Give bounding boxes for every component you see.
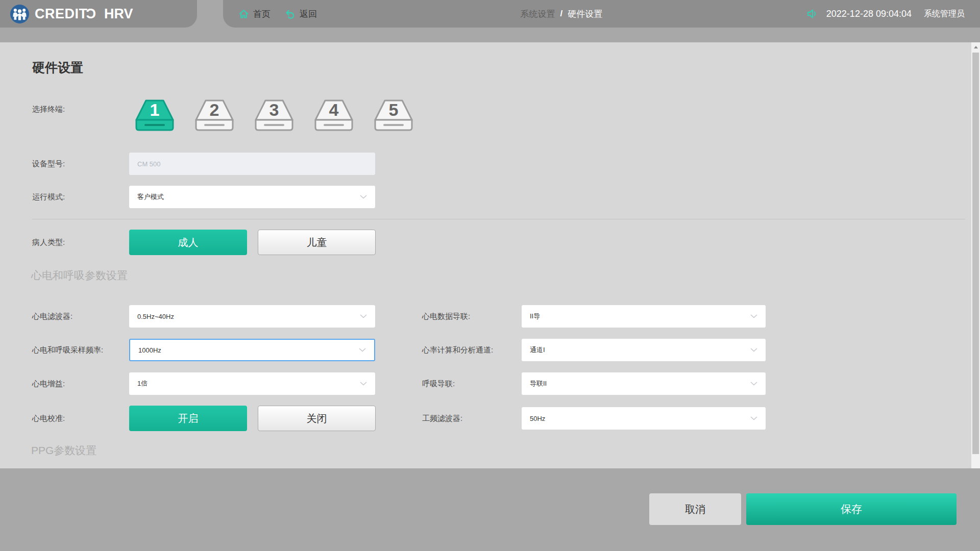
terminal-label: 选择终端: bbox=[32, 104, 65, 127]
mains-filter-label: 工频滤波器: bbox=[422, 407, 462, 430]
resp-lead-value: 导联II bbox=[530, 379, 750, 388]
terminal-3[interactable]: 3 bbox=[254, 99, 295, 133]
calibration-on-button[interactable]: 开启 bbox=[129, 406, 247, 431]
resp-lead-select[interactable]: 导联II bbox=[522, 372, 766, 395]
home-icon bbox=[238, 9, 249, 19]
ecg-section-title: 心电和呼吸参数设置 bbox=[31, 268, 128, 283]
chevron-down-icon bbox=[750, 416, 757, 420]
sample-rate-value: 1000Hz bbox=[138, 346, 359, 354]
breadcrumb-parent[interactable]: 系统设置 bbox=[521, 8, 555, 20]
breadcrumb-separator: / bbox=[560, 9, 563, 19]
nav-group: 首页 返回 bbox=[238, 8, 317, 20]
breadcrumb-current: 硬件设置 bbox=[568, 8, 602, 20]
run-mode-label: 运行模式: bbox=[32, 186, 65, 208]
ecg-gain-select[interactable]: 1倍 bbox=[129, 372, 375, 395]
topbar-right-group: 2022-12-28 09:04:04 系统管理员 bbox=[806, 8, 965, 19]
chevron-down-icon bbox=[750, 314, 757, 318]
undo-icon bbox=[285, 9, 296, 19]
brand-logo-mark: Ɔ bbox=[86, 6, 96, 22]
terminal-selector: 1 2 3 4 5 bbox=[134, 99, 414, 133]
current-user: 系统管理员 bbox=[924, 9, 965, 19]
ecg-filter-select[interactable]: 0.5Hz~40Hz bbox=[129, 305, 375, 328]
vertical-scrollbar[interactable] bbox=[971, 42, 980, 468]
device-model-label: 设备型号: bbox=[32, 153, 65, 175]
hr-channel-select[interactable]: 通道I bbox=[522, 339, 766, 361]
ecg-gain-value: 1倍 bbox=[137, 379, 360, 388]
chevron-down-icon bbox=[750, 382, 757, 386]
scroll-up-arrow-icon[interactable] bbox=[971, 42, 980, 52]
ppg-section-title: PPG参数设置 bbox=[31, 443, 96, 458]
nav-home-label: 首页 bbox=[253, 8, 271, 20]
patient-child-button[interactable]: 儿童 bbox=[258, 230, 376, 255]
chevron-down-icon bbox=[359, 348, 366, 352]
mains-filter-value: 50Hz bbox=[530, 415, 750, 422]
top-nav-bar: 首页 返回 系统设置 / 硬件设置 2022-12-28 09:04:04 系统… bbox=[223, 0, 980, 28]
svg-text:5: 5 bbox=[389, 100, 399, 119]
nav-home[interactable]: 首页 bbox=[238, 8, 271, 20]
svg-text:3: 3 bbox=[270, 100, 279, 119]
svg-text:1: 1 bbox=[150, 100, 160, 119]
run-mode-value: 客户模式 bbox=[137, 192, 360, 202]
terminal-4[interactable]: 4 bbox=[313, 99, 354, 133]
hr-channel-value: 通道I bbox=[530, 345, 750, 355]
chevron-down-icon bbox=[360, 382, 367, 386]
ecg-lead-value: II导 bbox=[530, 312, 750, 321]
save-button[interactable]: 保存 bbox=[746, 493, 957, 525]
brand-logo-icon bbox=[10, 5, 29, 23]
resp-lead-label: 呼吸导联: bbox=[422, 372, 455, 395]
svg-text:4: 4 bbox=[329, 100, 339, 119]
logo-tab: CREDIT Ɔ HRV bbox=[0, 0, 197, 28]
terminal-1[interactable]: 1 bbox=[134, 99, 175, 133]
ecg-gain-label: 心电增益: bbox=[32, 372, 65, 395]
chevron-down-icon bbox=[750, 348, 757, 352]
svg-text:2: 2 bbox=[210, 100, 219, 119]
cancel-button[interactable]: 取消 bbox=[649, 493, 741, 525]
ecg-lead-label: 心电数据导联: bbox=[422, 305, 470, 328]
nav-back[interactable]: 返回 bbox=[285, 8, 317, 20]
section-divider bbox=[32, 219, 965, 219]
chevron-down-icon bbox=[360, 314, 367, 318]
page-title: 硬件设置 bbox=[32, 59, 83, 76]
run-mode-select[interactable]: 客户模式 bbox=[129, 186, 375, 208]
clock: 2022-12-28 09:04:04 bbox=[826, 9, 912, 19]
brand-product: HRV bbox=[104, 6, 133, 22]
brand-wordmark: CREDIT Ɔ HRV bbox=[35, 6, 133, 22]
terminal-2[interactable]: 2 bbox=[194, 99, 235, 133]
sample-rate-label: 心电和呼吸采样频率: bbox=[32, 339, 103, 361]
calibration-off-button[interactable]: 关闭 bbox=[258, 406, 376, 431]
hr-channel-label: 心率计算和分析通道: bbox=[422, 339, 493, 361]
ecg-lead-select[interactable]: II导 bbox=[522, 305, 766, 328]
breadcrumb: 系统设置 / 硬件设置 bbox=[521, 8, 603, 20]
scrollbar-thumb[interactable] bbox=[972, 53, 979, 454]
speaker-icon[interactable] bbox=[806, 8, 818, 19]
chevron-down-icon bbox=[360, 195, 367, 199]
patient-adult-button[interactable]: 成人 bbox=[129, 230, 247, 255]
device-model-input bbox=[129, 153, 375, 175]
sample-rate-select[interactable]: 1000Hz bbox=[129, 339, 375, 361]
ecg-filter-value: 0.5Hz~40Hz bbox=[137, 313, 360, 320]
hardware-settings-panel: 硬件设置 选择终端: 1 2 3 4 5 设备型号: 运行模式: 客户模式 病人… bbox=[0, 42, 971, 468]
ecg-filter-label: 心电滤波器: bbox=[32, 305, 72, 328]
patient-type-label: 病人类型: bbox=[32, 230, 65, 255]
terminal-5[interactable]: 5 bbox=[373, 99, 414, 133]
mains-filter-select[interactable]: 50Hz bbox=[522, 407, 766, 430]
nav-back-label: 返回 bbox=[300, 8, 317, 20]
ecg-calibration-label: 心电校准: bbox=[32, 406, 65, 431]
brand-text: CREDIT bbox=[35, 6, 88, 22]
